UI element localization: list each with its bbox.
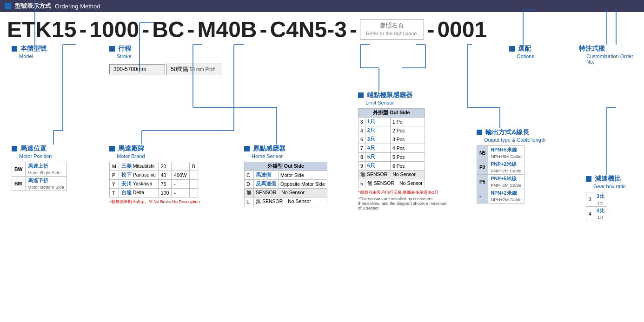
gear-row-3: 3 3比1:3 xyxy=(586,192,607,207)
options-icon xyxy=(509,46,515,52)
dash2: - xyxy=(139,17,152,42)
label-model: 本體型號 Model xyxy=(12,45,46,59)
output-icon xyxy=(477,130,482,135)
limit-sensor-7: 7 4只 4 Pcs xyxy=(359,144,425,153)
dash6: - xyxy=(424,17,437,42)
limit-sensor-6: 6 3只 3 Pcs xyxy=(359,135,425,144)
limit-sensor-4: 4 2只 2 Pcs xyxy=(359,126,425,135)
motor-row-Y: Y 安川 Yaskawa 75 - xyxy=(110,180,198,189)
stroke-pitch: 50間隔 50 mm Pitch xyxy=(166,64,222,75)
gear-icon xyxy=(586,176,591,182)
label-stroke: 行程 Stroke 300-5700mm 50間隔 50 mm Pitch xyxy=(109,45,222,76)
home-sensor-none: 無 SENSOR No Sensor xyxy=(245,189,327,197)
header-title-en: Ordering Method xyxy=(55,3,100,10)
label-gear: 減速機比 Gear box ratio 3 3比1:3 4 4比1:4 xyxy=(586,175,626,221)
motor-position-icon xyxy=(12,146,17,151)
limit-sensor-9: 9 6只 6 Pcs xyxy=(359,162,425,171)
model-part1: ETK15 xyxy=(7,17,76,42)
home-sensor-E: E 無 SENSOR No Sensor xyxy=(245,197,327,206)
home-sensor-table: 外掛型 Out Side C 馬達側 Motor Side D 反馬達側 Opp… xyxy=(244,162,327,206)
model-part3: BC xyxy=(152,17,184,42)
output-P5: P5 PNP+5米線PNP+5M Cable xyxy=(477,175,524,189)
label-custom: 特注式樣 Customization Order No. xyxy=(579,45,637,65)
header-bar: 型號表示方式 Ordering Method xyxy=(0,0,644,12)
model-row: ETK15 - 1000 - BC - M40B - C4N5-3 - 參照右頁… xyxy=(7,17,637,42)
dash3: - xyxy=(184,17,197,42)
model-part6: 0001 xyxy=(437,17,487,42)
motor-brand-icon xyxy=(109,146,115,151)
limit-sensor-table: 外掛型 Out Side 3 1只 1 Pc 4 2只 2 Pcs 6 3只 xyxy=(358,108,425,188)
home-sensor-icon xyxy=(244,146,250,151)
home-sensor-header: 外掛型 Out Side xyxy=(245,162,327,171)
refer-box: 參照右頁 Refer to the right page. xyxy=(360,20,425,40)
home-sensor-C: C 馬達側 Motor Side xyxy=(245,171,327,180)
model-part5: C4N5-3 xyxy=(270,17,346,42)
label-motor-brand: 馬達廠牌 Motor Brand M 三菱 Mitsubishi 20 - B … xyxy=(109,145,201,205)
model-icon xyxy=(12,46,17,52)
motor-row-T: T 台達 Delta 100 - xyxy=(110,189,198,197)
labels-area: 本體型號 Model 行程 Stroke 300-5700mm 50間隔 50 … xyxy=(7,45,637,291)
dash5: - xyxy=(347,17,360,42)
limit-sensor-8: 8 5只 5 Pcs xyxy=(359,153,425,162)
refer-line2: Refer to the right page. xyxy=(366,31,418,36)
home-sensor-D: D 反馬達側 Opposite Motor Side xyxy=(245,180,327,189)
model-part2: 1000 xyxy=(89,17,139,42)
label-home-sensor: 原點感應器 Home Sensor 外掛型 Out Side C 馬達側 Mot… xyxy=(244,145,327,206)
model-part4: M40B xyxy=(197,17,257,42)
pos-row-BW: BW 馬達上折Motor Right Side xyxy=(12,162,67,177)
motor-brand-table: M 三菱 Mitsubishi 20 - B P 松下 Panasonic 40… xyxy=(109,162,198,197)
gear-table: 3 3比1:3 4 4比1:4 xyxy=(586,192,607,221)
limit-sensor-header: 外掛型 Out Side xyxy=(359,109,425,118)
label-output: 輸出方式&線長 Output type & Cable length N5 NP… xyxy=(477,128,545,204)
output-dash: - NPN+2米線NPN+2M Cable xyxy=(477,189,524,204)
motor-row-P: P 松下 Panasonic 40 400W xyxy=(110,171,198,180)
limit-sensor-icon xyxy=(358,92,364,98)
limit-sensor-3: 3 1只 1 Pc xyxy=(359,118,425,126)
limit-note-red: *感應器由客戶自行安裝,圖面最多示意為3只 xyxy=(358,190,451,196)
limit-note-black: *The sensors are installed by customers … xyxy=(358,197,451,210)
stroke-range: 300-5700mm xyxy=(109,64,165,74)
limit-sensor-5: 5 無 SENSOR No Sensor xyxy=(359,179,425,188)
pos-row-BM: BM 馬達下折Motor Bottom Side xyxy=(12,177,67,191)
dash1: - xyxy=(76,17,89,42)
header-icon xyxy=(5,3,11,9)
stroke-icon xyxy=(109,46,115,52)
motor-row-M: M 三菱 Mitsubishi 20 - B xyxy=(110,162,198,171)
limit-sensor-no1: 無 SENSOR No Sensor xyxy=(359,171,425,179)
label-motor-position: 馬達位置 Motor Position BW 馬達上折Motor Right S… xyxy=(12,145,67,191)
label-options: 選配 Options xyxy=(509,45,534,59)
output-P2: P2 PNP+2米線PNP+2M Cable xyxy=(477,160,524,175)
motor-note: *若無煞車則不表示。*If No Brake,No Description. xyxy=(109,199,201,205)
refer-line1: 參照右頁 xyxy=(380,22,404,29)
gear-row-4: 4 4比1:4 xyxy=(586,207,607,221)
dash4: - xyxy=(257,17,270,42)
main-content: ETK15 - 1000 - BC - M40B - C4N5-3 - 參照右頁… xyxy=(0,12,644,296)
output-N5: N5 NPN+5米線NPN+5M Cable xyxy=(477,146,524,160)
label-limit-sensor: 端點極限感應器 Limit Sensor 外掛型 Out Side 3 1只 1… xyxy=(358,91,451,210)
header-title-cn: 型號表示方式 xyxy=(15,2,51,10)
output-table: N5 NPN+5米線NPN+5M Cable P2 PNP+2米線PNP+2M … xyxy=(477,145,524,204)
motor-position-table: BW 馬達上折Motor Right Side BM 馬達下折Motor Bot… xyxy=(12,162,67,191)
